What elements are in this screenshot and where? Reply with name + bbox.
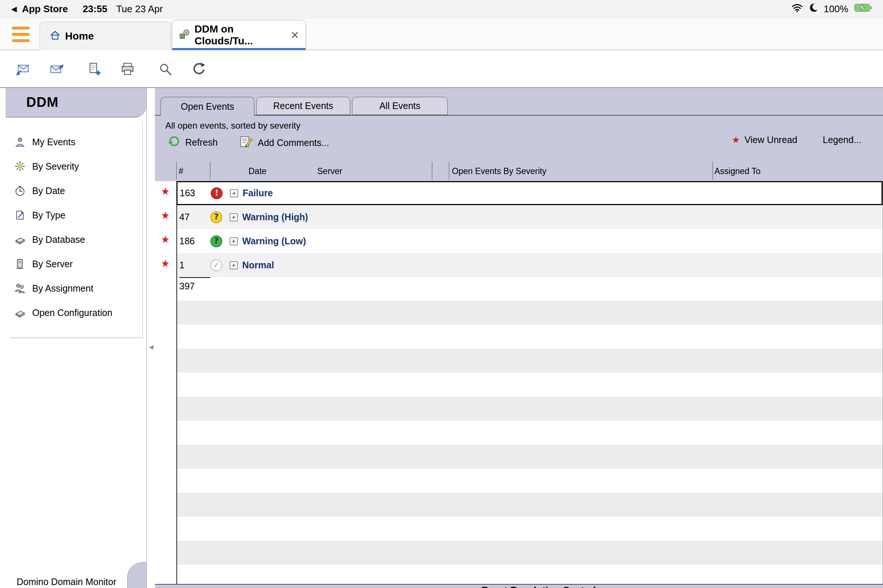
category-link[interactable]: Warning (Low) (242, 236, 306, 246)
unread-star-icon: ★ (161, 258, 170, 268)
column-number: # (179, 166, 183, 176)
empty-rows-stripes (177, 300, 883, 584)
event-count: 1 (179, 260, 210, 270)
category-link[interactable]: Warning (High) (242, 212, 308, 222)
sidebar-item-label: By Server (32, 259, 73, 269)
legend-button[interactable]: Legend... (823, 135, 861, 145)
mail-receive-icon[interactable] (15, 62, 31, 77)
mail-send-icon[interactable] (49, 62, 65, 77)
view-action-bar: Refresh Add Comments... ★ View Unread Le… (155, 134, 883, 152)
unread-star-icon: ★ (161, 210, 170, 220)
sidebar-item-by-assignment[interactable]: By Assignment (11, 276, 143, 300)
sidebar-item-open-configuration[interactable]: Open Configuration (11, 300, 143, 325)
sidebar-item-by-date[interactable]: By Date (11, 178, 143, 203)
do-not-disturb-moon-icon (809, 3, 818, 15)
severity-warning-low-icon: ? (210, 236, 222, 247)
clock-icon (14, 185, 26, 196)
search-icon[interactable] (158, 62, 173, 77)
view-unread-label: View Unread (744, 135, 797, 145)
total-count: 397 (179, 277, 210, 292)
tab-label: All Events (379, 100, 420, 111)
database-book-icon (14, 234, 26, 245)
active-tab-indicator (172, 48, 305, 50)
sidebar-item-by-severity[interactable]: By Severity (11, 154, 143, 178)
expand-plus-icon[interactable]: + (230, 237, 238, 245)
severity-normal-icon: ✓ (210, 260, 222, 271)
battery-charging-icon (854, 3, 872, 15)
print-icon[interactable] (120, 62, 135, 77)
column-server: Server (317, 166, 342, 176)
screen: ◀ App Store 23:55 Tue 23 Apr 100% Home (0, 0, 883, 588)
chevron-left-icon: ◀ (149, 344, 153, 350)
tab-all-events[interactable]: All Events (352, 97, 448, 115)
sidebar-item-my-events[interactable]: My Events (11, 130, 143, 154)
table-row-warning-high[interactable]: 47 ? + Warning (High) (177, 205, 883, 229)
home-icon (50, 30, 61, 43)
column-divider[interactable] (432, 162, 432, 180)
back-to-app-icon[interactable]: ◀ (11, 4, 17, 13)
table-row-failure[interactable]: 163 ! + Failure (176, 181, 883, 205)
column-divider[interactable] (210, 162, 210, 180)
column-divider[interactable] (713, 162, 713, 180)
table-row-normal[interactable]: 1 ✓ + Normal (177, 253, 883, 277)
refresh-button[interactable]: Refresh (168, 135, 218, 150)
navigator-pane: DDM My Events By Severity By Date By Ty (6, 88, 147, 588)
expand-plus-icon[interactable]: + (230, 213, 238, 221)
sidebar-item-by-database[interactable]: By Database (11, 227, 143, 252)
column-divider[interactable] (176, 162, 177, 180)
sidebar-item-label: My Events (32, 137, 75, 147)
view-description: All open events, sorted by severity (165, 120, 300, 131)
back-to-app-label[interactable]: App Store (22, 3, 68, 15)
severity-sun-icon (14, 161, 26, 172)
sidebar-collapse-handle[interactable]: ◀ (147, 340, 155, 354)
new-document-icon[interactable] (87, 62, 102, 77)
preview-pane-title: Event Resolution Central (481, 585, 596, 588)
tab-ddm-label: DDM on Clouds/Tu... (195, 23, 287, 47)
event-count: 47 (179, 212, 210, 222)
tab-ddm-active[interactable]: DDM on Clouds/Tu... × (172, 20, 306, 50)
sidebar-item-label: Open Configuration (32, 308, 113, 318)
column-date: Date (248, 166, 267, 176)
refresh-label: Refresh (185, 137, 218, 148)
refresh-arrow-icon (168, 135, 181, 150)
menu-hamburger-icon[interactable] (12, 25, 31, 44)
tab-home-label: Home (65, 30, 94, 42)
events-table: ★ ★ ★ ★ 163 ! + Failure 47 ? + Warning (… (155, 181, 883, 584)
table-total-row: 397 (177, 277, 883, 300)
tab-home[interactable]: Home (39, 22, 171, 50)
sidebar-item-by-server[interactable]: By Server (11, 252, 143, 276)
sidebar-item-by-type[interactable]: By Type (11, 203, 143, 227)
category-link[interactable]: Failure (243, 188, 273, 198)
app-tab-bar: Home DDM on Clouds/Tu... × (0, 18, 883, 50)
category-link[interactable]: Normal (242, 260, 274, 270)
reload-icon[interactable] (191, 62, 206, 77)
navigator-list: My Events By Severity By Date By Type By… (11, 121, 143, 338)
unread-star-icon: ★ (161, 186, 170, 196)
sidebar-item-label: By Type (32, 210, 65, 220)
add-comments-button[interactable]: Add Comments... (239, 135, 329, 151)
tab-recent-events[interactable]: Recent Events (256, 97, 350, 115)
expand-plus-icon[interactable]: + (230, 261, 238, 269)
navigator-header: DDM (6, 88, 147, 117)
column-severity: Open Events By Severity (452, 166, 547, 176)
add-comments-label: Add Comments... (258, 138, 329, 148)
navigator-title: DDM (26, 88, 59, 117)
navigator-footer-corner (127, 562, 146, 588)
view-unread-button[interactable]: ★ View Unread (732, 135, 797, 145)
column-divider[interactable] (449, 162, 449, 180)
people-icon (14, 283, 26, 294)
tab-label: Open Events (181, 101, 234, 112)
tab-open-events[interactable]: Open Events (161, 97, 254, 116)
expand-plus-icon[interactable]: + (230, 189, 238, 197)
view-tabs-underline (155, 115, 883, 116)
wifi-icon (791, 3, 803, 15)
close-tab-icon[interactable]: × (291, 28, 299, 42)
unread-star-icon: ★ (732, 135, 740, 145)
sidebar-item-label: By Assignment (32, 283, 93, 294)
status-date: Tue 23 Apr (116, 3, 163, 15)
table-row-warning-low[interactable]: 186 ? + Warning (Low) (177, 229, 883, 253)
status-time: 23:55 (83, 3, 108, 15)
main-area: DDM My Events By Severity By Date By Ty (0, 87, 883, 588)
sidebar-item-label: By Date (32, 186, 65, 196)
severity-failure-icon: ! (211, 188, 222, 199)
